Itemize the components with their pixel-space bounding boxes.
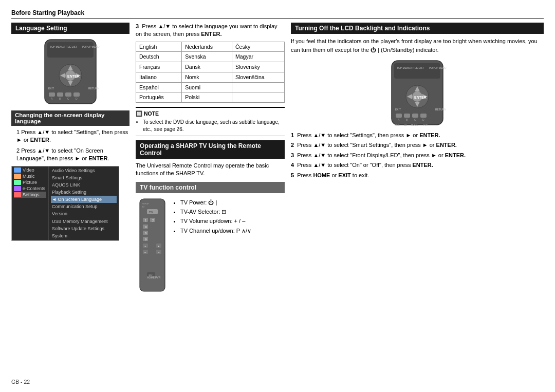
menu-right-system: System: [51, 232, 117, 239]
lang-suomi: Suomi: [182, 82, 232, 92]
tv-volume: TV Volume up/down: + / –: [180, 217, 251, 225]
lang-nederlands: Nederlands: [182, 42, 232, 52]
note-item-1: To select the DVD disc language, such as…: [143, 119, 285, 133]
lang-francais: Français: [136, 62, 182, 72]
lang-slovenscina: Slovenščina: [232, 72, 284, 82]
svg-text:HOME: HOME: [411, 124, 418, 126]
svg-text:D: D: [422, 118, 424, 121]
menu-item-music: Music: [14, 173, 46, 179]
lcd-step-3: 3 Press ▲/▼ to select "Front Display/LED…: [291, 152, 544, 159]
lcd-step-5: 5 Press HOME or EXIT to exit.: [291, 172, 544, 179]
right-remote-image: TOP MENU/TITLE LIST POPUP MENU ENTER EXI…: [376, 58, 458, 127]
sharp-tv-title: Operating a SHARP TV Using the Remote Co…: [136, 140, 285, 159]
tv-power: TV Power: ⏻ |: [180, 199, 251, 207]
svg-text:RETURN: RETURN: [88, 87, 99, 90]
tv-channel: TV Channel up/down: P ∧/∨: [180, 227, 251, 235]
lcd-step-2: 2 Press ▲/▼ to select "Smart Settings", …: [291, 141, 544, 149]
svg-rect-1: [47, 42, 94, 58]
lang-norsk: Norsk: [182, 72, 232, 82]
lang-polski: Polski: [182, 92, 232, 103]
step3-instruction: 3 Press ▲/▼ to select the language you w…: [136, 23, 285, 39]
svg-rect-16: [73, 92, 80, 97]
svg-text:ENTER: ENTER: [67, 74, 80, 78]
svg-text:+: +: [158, 245, 160, 248]
svg-rect-63: [412, 114, 418, 118]
remote-control-image: TOP MENU/TITLE LIST POPUP MENU ENTER EXI…: [29, 37, 112, 106]
svg-rect-62: [404, 114, 410, 118]
lang-magyar: Magyar: [232, 52, 284, 62]
svg-text:Shot: Shot: [395, 124, 400, 126]
language-steps-list: 1 Press ▲/▼ to select "Settings", then p…: [16, 128, 130, 163]
language-table: English Nederlands Česky Deutsch Svenska…: [136, 42, 285, 103]
svg-text:3D: 3D: [149, 273, 153, 276]
svg-text:PVR: PVR: [423, 124, 429, 126]
svg-text:RETURN: RETURN: [435, 108, 446, 111]
svg-text:EXIT: EXIT: [48, 87, 54, 90]
menu-right-aquos: AQUOS LINK: [51, 181, 117, 189]
svg-text:TOP MENU/TITLE LIST: TOP MENU/TITLE LIST: [50, 45, 77, 48]
lang-slovensky: Slovensky: [232, 62, 284, 72]
note-title: 🔲 NOTE: [136, 110, 285, 117]
lang-portugues: Português: [136, 92, 182, 103]
svg-text:C: C: [414, 118, 416, 121]
svg-text:POPUP MENU: POPUP MENU: [82, 45, 100, 48]
menu-right-version: Version: [51, 210, 117, 217]
lang-cesky: Česky: [232, 42, 284, 52]
menu-right-usb: USB Memory Management: [51, 218, 117, 225]
middle-column: 3 Press ▲/▼ to select the language you w…: [136, 23, 285, 294]
tv-function-title: TV function control: [136, 182, 285, 193]
note-list: To select the DVD disc language, such as…: [143, 119, 285, 133]
tv-function-list: TV Power: ⏻ | TV-AV Selector: ⊟ TV Volum…: [180, 199, 251, 237]
menu-item-picture: Picture: [14, 179, 46, 185]
language-step-2: 2 Press ▲/▼ to select "On Screen Languag…: [16, 147, 130, 163]
menu-right-playback: Playback Setting: [51, 189, 117, 196]
lang-espanol: Español: [136, 82, 182, 92]
lcd-description: If you feel that the indicators on the p…: [291, 37, 544, 54]
menu-item-video: Video: [14, 167, 46, 173]
language-setting-title: Language Setting: [11, 23, 130, 34]
lang-deutsch: Deutsch: [136, 52, 182, 62]
page-header: Before Starting Playback: [11, 9, 544, 18]
svg-rect-64: [420, 114, 427, 118]
lang-empty2: [232, 92, 284, 103]
svg-rect-49: [394, 63, 440, 79]
lcd-step-1: 1 Press ▲/▼ to select "Settings", then p…: [291, 132, 544, 139]
right-column: Turning Off the LCD Backlight and Indica…: [291, 23, 544, 181]
menu-right-smart: Smart Settings: [51, 174, 117, 181]
svg-rect-14: [57, 92, 63, 97]
menu-item-settings: Settings: [14, 192, 46, 198]
svg-text:EXIT: EXIT: [395, 108, 401, 111]
svg-text:TV: TV: [149, 211, 153, 214]
svg-text:3D: 3D: [404, 124, 408, 126]
svg-text:POPUP: POPUP: [142, 202, 149, 205]
page-footer: GB - 22: [11, 379, 30, 385]
menu-item-econtents: e-Contents: [14, 185, 46, 192]
menu-right-software: Software Update Settings: [51, 225, 117, 232]
lcd-steps-list: 1 Press ▲/▼ to select "Settings", then p…: [291, 132, 544, 179]
tv-remote-image: POPUP TV TV 1 2 3 6 9: [136, 196, 169, 294]
svg-rect-61: [396, 114, 402, 118]
svg-text:PVR: PVR: [155, 276, 161, 279]
lcd-step-4: 4 Press ▲/▼ to select "On" or "Off", the…: [291, 161, 544, 169]
lang-english: English: [136, 42, 182, 52]
lang-empty1: [232, 82, 284, 92]
svg-text:+: +: [144, 245, 146, 248]
svg-text:POPUP MENU: POPUP MENU: [429, 66, 447, 69]
menu-screenshot: Video Music Picture e-Contents Setti: [11, 166, 119, 241]
svg-rect-15: [65, 92, 71, 97]
changing-language-title: Changing the on-screen display language: [11, 110, 130, 126]
svg-text:D: D: [76, 97, 78, 100]
svg-text:TV: TV: [142, 206, 144, 208]
note-box: 🔲 NOTE To select the DVD disc language, …: [136, 107, 285, 136]
menu-right-comm: Communication Setup: [51, 203, 117, 210]
svg-text:TOP MENU/TITLE LIST: TOP MENU/TITLE LIST: [397, 66, 424, 69]
lang-dansk: Dansk: [182, 62, 232, 72]
left-column: Language Setting TOP MENU/TITLE LIST POP…: [11, 23, 130, 241]
svg-rect-13: [49, 92, 55, 97]
language-step-1: 1 Press ▲/▼ to select "Settings", then p…: [16, 128, 130, 144]
sharp-tv-description: The Universal Remote Control may operate…: [136, 162, 285, 178]
lang-italiano: Italiano: [136, 72, 182, 82]
svg-text:ENTER: ENTER: [414, 96, 427, 99]
tv-av: TV-AV Selector: ⊟: [180, 208, 251, 216]
menu-right-audio: Audio Video Settings: [51, 167, 117, 174]
